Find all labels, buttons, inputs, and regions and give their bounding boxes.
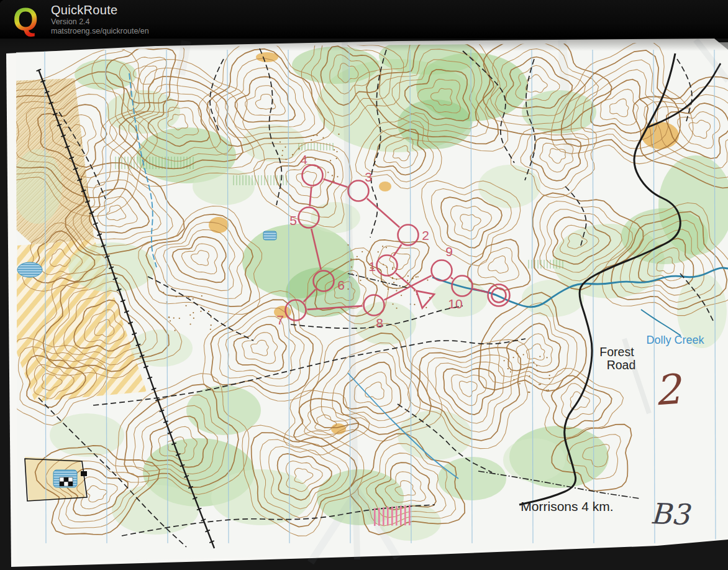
app-title: QuickRoute	[51, 3, 149, 17]
control-number-1: 1	[368, 259, 376, 274]
control-number-10: 10	[448, 296, 462, 311]
app-version: Version 2.4	[51, 17, 149, 26]
control-number-4: 4	[300, 152, 307, 167]
control-number-2: 2	[422, 228, 429, 242]
morrisons-label: Morrisons 4 km.	[521, 499, 613, 513]
control-number-3: 3	[365, 170, 372, 184]
map-canvas[interactable]: 12345678910Dolly CreekForestRoadMorrison…	[0, 0, 728, 570]
quickroute-logo-icon: Q	[12, 1, 45, 37]
app-url: matstroeng.se/quickroute/en	[51, 27, 149, 35]
quickroute-window: Q QuickRoute Version 2.4 matstroeng.se/q…	[0, 0, 728, 570]
handwritten-map-code: B3	[650, 497, 692, 531]
control-number-6: 6	[337, 278, 345, 292]
pond	[17, 262, 42, 277]
control-number-9: 9	[445, 244, 453, 259]
dolly-creek-label: Dolly Creek	[646, 334, 704, 346]
scanned-map-image[interactable]: 12345678910Dolly CreekForestRoadMorrison…	[0, 0, 728, 570]
control-number-7: 7	[276, 313, 284, 327]
control-number-5: 5	[289, 213, 297, 228]
header-bar: Q QuickRoute Version 2.4 matstroeng.se/q…	[0, 0, 728, 39]
control-number-8: 8	[376, 316, 383, 330]
svg-text:Q: Q	[13, 1, 38, 37]
printed-map-content: 12345678910Dolly CreekForestRoadMorrison…	[0, 27, 728, 570]
